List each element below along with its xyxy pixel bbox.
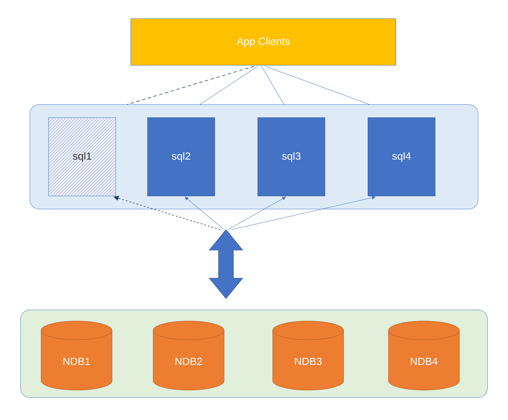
- sql4-label: sql4: [392, 150, 411, 162]
- ndb1-label: NDB1: [63, 355, 90, 367]
- svg-point-11: [273, 321, 344, 340]
- sql1-label: sql1: [73, 150, 92, 162]
- sql1-node: sql1: [49, 118, 116, 196]
- ndb1-node: NDB1: [41, 321, 112, 390]
- svg-point-12: [388, 321, 459, 340]
- ndb4-node: NDB4: [388, 321, 459, 390]
- svg-point-10: [153, 321, 224, 340]
- sql3-node: sql3: [258, 118, 325, 196]
- ndb2-label: NDB2: [175, 355, 202, 367]
- app-clients-box: App Clients: [131, 19, 396, 65]
- sql2-node: sql2: [148, 118, 215, 196]
- sql3-label: sql3: [282, 150, 301, 162]
- sql-row: sql1 sql2 sql3 sql4: [30, 104, 478, 209]
- sql-ndb-double-arrow: [209, 230, 243, 299]
- sql4-node: sql4: [368, 118, 435, 196]
- ndb2-node: NDB2: [153, 321, 224, 390]
- architecture-diagram: App Clients sql1 sql2 sql3: [0, 0, 508, 420]
- app-clients-label: App Clients: [237, 35, 290, 47]
- ndb4-label: NDB4: [410, 355, 438, 367]
- svg-point-9: [41, 321, 112, 340]
- ndb-row: NDB1 NDB2 NDB3 NDB4: [21, 310, 487, 398]
- ndb3-node: NDB3: [273, 321, 344, 390]
- sql2-label: sql2: [172, 150, 191, 162]
- ndb3-label: NDB3: [294, 355, 322, 367]
